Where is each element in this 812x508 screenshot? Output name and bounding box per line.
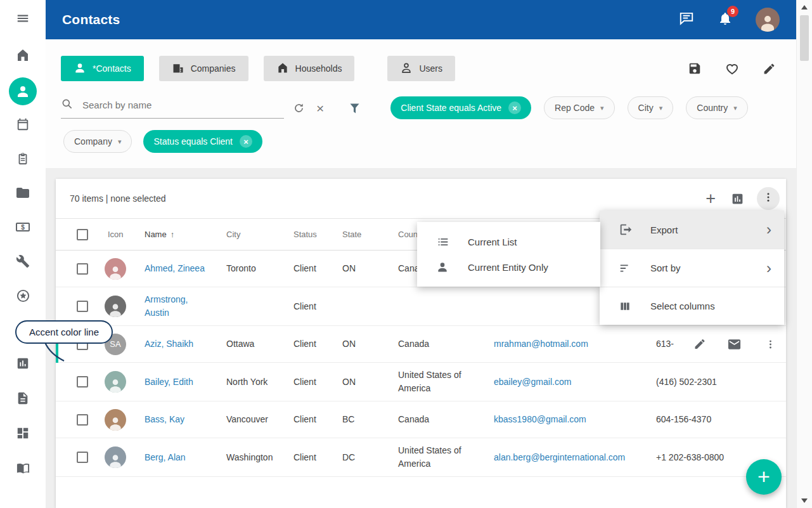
clear-search-icon[interactable]: × xyxy=(316,101,324,115)
remove-filter-icon[interactable]: × xyxy=(508,101,521,114)
chat-button[interactable] xyxy=(678,10,695,29)
edit-icon[interactable] xyxy=(763,62,776,75)
sidebar-item-tasks[interactable] xyxy=(8,145,38,175)
tab-contacts[interactable]: *Contacts xyxy=(61,56,144,81)
star-circle-icon xyxy=(16,289,30,306)
cell-phone: 604-156-4370 xyxy=(650,407,786,432)
user-avatar[interactable] xyxy=(756,8,780,32)
sidebar-item-favorites[interactable] xyxy=(8,282,38,312)
email-row-icon[interactable] xyxy=(727,337,742,351)
filter-chip-client-state[interactable]: Client State equals Active × xyxy=(390,96,531,119)
sidebar-item-tools[interactable] xyxy=(8,247,38,278)
contact-name-link[interactable]: Aziz, Shaikh xyxy=(145,339,193,349)
user-outline-icon xyxy=(400,62,413,76)
select-all-checkbox[interactable] xyxy=(77,229,88,240)
contact-avatar xyxy=(105,446,126,468)
contact-name-link[interactable]: Ahmed, Zineea xyxy=(145,263,205,273)
filter-icon[interactable] xyxy=(348,101,361,115)
list-menu-button[interactable] xyxy=(757,187,780,210)
table-row[interactable]: Bass, Kay Vancouver Client BC Canada kba… xyxy=(56,401,786,438)
sidebar-item-billing[interactable]: $ xyxy=(8,213,38,244)
sidebar-item-home[interactable] xyxy=(8,41,38,72)
tab-companies[interactable]: Companies xyxy=(159,56,248,81)
menu-button[interactable] xyxy=(8,4,38,35)
column-header-name[interactable]: Name ↑ xyxy=(138,223,220,247)
contacts-icon xyxy=(9,77,37,105)
sidebar-item-library[interactable] xyxy=(8,454,38,485)
row-menu-icon[interactable] xyxy=(763,339,778,349)
remove-filter-icon[interactable]: × xyxy=(240,135,252,148)
sidebar-item-calendar[interactable] xyxy=(8,110,38,141)
row-actions xyxy=(693,337,778,351)
contact-name-link[interactable]: Bass, Kay xyxy=(145,414,184,424)
annotation-callout: Accent color line xyxy=(15,320,113,344)
menu-item-export[interactable]: Export › xyxy=(600,211,784,249)
submenu-item-current-entity-only[interactable]: Current Entity Only xyxy=(417,254,600,280)
cell-country: Canada xyxy=(392,332,487,356)
cell-state: ON xyxy=(336,370,392,394)
tab-users[interactable]: Users xyxy=(387,56,455,81)
notifications-button[interactable]: 9 xyxy=(718,11,733,29)
annotation-label: Accent color line xyxy=(15,320,113,344)
sidebar-item-files[interactable] xyxy=(8,179,38,209)
contact-email-link[interactable]: alan.berg@berginternational.com xyxy=(494,452,625,462)
clipboard-icon xyxy=(16,152,30,168)
submenu-item-current-list[interactable]: Current List xyxy=(417,229,600,254)
sidebar-item-contacts[interactable] xyxy=(9,77,37,105)
sidebar-item-dashboard[interactable] xyxy=(8,419,38,450)
chart-view-icon[interactable] xyxy=(731,192,744,205)
column-header-icon[interactable]: Icon xyxy=(93,228,138,241)
cell-city: Toronto xyxy=(220,256,287,281)
menu-item-sort-by[interactable]: Sort by › xyxy=(600,249,784,287)
save-icon[interactable] xyxy=(688,62,702,75)
filter-chip-company[interactable]: Company ▾ xyxy=(63,130,132,153)
filter-chip-status[interactable]: Status equals Client × xyxy=(143,130,262,153)
tab-households[interactable]: Households xyxy=(264,56,355,81)
contact-email-link[interactable]: kbass1980@gmail.com xyxy=(494,414,586,424)
filter-chip-city[interactable]: City ▾ xyxy=(628,96,674,119)
row-checkbox[interactable] xyxy=(77,301,88,312)
contact-name-link[interactable]: Bailey, Edith xyxy=(145,377,193,387)
column-header-status[interactable]: Status xyxy=(287,223,336,247)
person-icon xyxy=(436,261,451,273)
scrollbar-thumb[interactable] xyxy=(800,15,809,61)
refresh-icon[interactable] xyxy=(293,102,305,114)
cell-status: Client xyxy=(287,370,336,394)
menu-item-select-columns[interactable]: Select columns xyxy=(600,287,784,325)
filter-chip-rep-code[interactable]: Rep Code ▾ xyxy=(544,96,615,119)
add-column-icon[interactable]: + xyxy=(703,190,718,207)
contact-name-link[interactable]: Armstrong, Austin xyxy=(145,294,188,318)
app-header: Contacts 9 xyxy=(46,0,796,39)
contact-email-link[interactable]: ebailey@gmail.com xyxy=(494,377,571,387)
house-icon xyxy=(276,62,289,76)
toolbar-section: *Contacts Companies Households Users xyxy=(46,39,796,168)
row-checkbox[interactable] xyxy=(77,263,88,275)
columns-icon xyxy=(619,300,634,313)
row-checkbox[interactable] xyxy=(77,376,88,388)
contact-name-link[interactable]: Berg, Alan xyxy=(145,452,186,462)
building-icon xyxy=(172,62,184,76)
cell-status: Client xyxy=(287,294,336,319)
edit-row-icon[interactable] xyxy=(693,338,706,351)
heart-icon[interactable] xyxy=(725,61,740,76)
table-row[interactable]: Berg, Alan Washington Client DC United S… xyxy=(56,438,786,477)
cell-state: ON xyxy=(336,256,392,281)
sidebar-item-documents[interactable] xyxy=(8,384,38,415)
search-input[interactable] xyxy=(81,99,284,111)
cell-state: DC xyxy=(336,445,392,470)
filter-chip-country[interactable]: Country ▾ xyxy=(686,96,748,119)
scroll-down-icon[interactable] xyxy=(801,498,808,503)
vertical-scrollbar[interactable] xyxy=(796,0,812,508)
caret-down-icon: ▾ xyxy=(733,104,737,112)
table-row[interactable]: Bailey, Edith North York Client ON Unite… xyxy=(56,363,786,401)
column-header-city[interactable]: City xyxy=(220,223,287,247)
add-contact-button[interactable]: + xyxy=(746,459,782,495)
column-header-state[interactable]: State xyxy=(336,223,392,247)
row-checkbox[interactable] xyxy=(77,414,88,426)
contact-email-link[interactable]: mrahman@hotmail.com xyxy=(494,339,588,349)
notification-badge: 9 xyxy=(727,6,738,17)
table-row[interactable]: SA Aziz, Shaikh Ottawa Client ON Canada … xyxy=(56,326,786,363)
scroll-up-icon[interactable] xyxy=(801,5,808,10)
row-checkbox[interactable] xyxy=(77,452,88,463)
sidebar-item-analytics[interactable] xyxy=(8,349,38,380)
